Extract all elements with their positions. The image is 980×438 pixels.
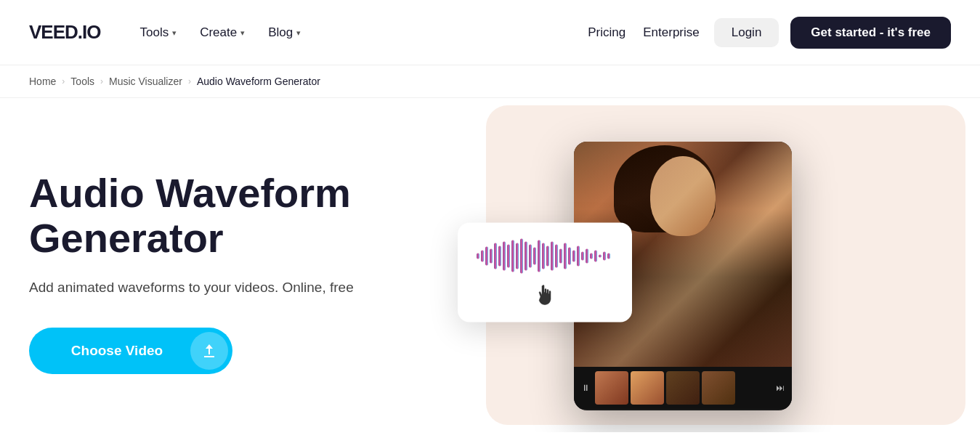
waveform-visualization bbox=[475, 236, 613, 276]
svg-rect-18 bbox=[555, 245, 558, 268]
nav-tools[interactable]: Tools ▾ bbox=[129, 20, 187, 46]
svg-rect-10 bbox=[520, 239, 523, 274]
svg-rect-25 bbox=[586, 249, 588, 264]
chevron-down-icon: ▾ bbox=[172, 28, 177, 38]
hero-subtitle: Add animated waveforms to your videos. O… bbox=[29, 277, 436, 299]
chevron-down-icon: ▾ bbox=[296, 28, 301, 38]
svg-rect-17 bbox=[551, 242, 554, 271]
svg-rect-22 bbox=[572, 251, 575, 262]
chevron-down-icon: ▾ bbox=[240, 28, 245, 38]
svg-rect-8 bbox=[511, 240, 514, 272]
person-silhouette bbox=[632, 156, 734, 301]
hero-left: Audio Waveform Generator Add animated wa… bbox=[29, 171, 436, 374]
nav-enterprise[interactable]: Enterprise bbox=[640, 20, 702, 46]
svg-rect-13 bbox=[533, 248, 536, 265]
cursor-hand-icon bbox=[475, 285, 615, 307]
nav-left-items: Tools ▾ Create ▾ Blog ▾ bbox=[129, 20, 578, 46]
svg-rect-12 bbox=[529, 245, 532, 268]
breadcrumb-sep-3: › bbox=[188, 76, 191, 86]
get-started-button[interactable]: Get started - it's free bbox=[790, 17, 951, 49]
navbar: VEED.IO Tools ▾ Create ▾ Blog ▾ Pricing … bbox=[0, 0, 980, 65]
filmstrip-frame-4 bbox=[702, 371, 735, 405]
hero-section: Audio Waveform Generator Add animated wa… bbox=[0, 98, 980, 432]
nav-create-label: Create bbox=[200, 25, 237, 40]
svg-rect-27 bbox=[594, 251, 597, 262]
upload-circle bbox=[190, 332, 228, 370]
breadcrumb-tools[interactable]: Tools bbox=[70, 76, 94, 87]
nav-blog-label: Blog bbox=[268, 25, 293, 40]
svg-rect-0 bbox=[477, 254, 479, 259]
svg-rect-4 bbox=[494, 243, 497, 269]
svg-rect-9 bbox=[516, 243, 519, 269]
nav-pricing[interactable]: Pricing bbox=[585, 20, 628, 46]
nav-blog[interactable]: Blog ▾ bbox=[258, 20, 311, 46]
svg-rect-26 bbox=[590, 254, 593, 259]
svg-rect-30 bbox=[607, 254, 610, 259]
svg-rect-14 bbox=[538, 240, 540, 272]
waveform-card bbox=[458, 223, 632, 323]
filmstrip-frame-2 bbox=[631, 371, 664, 405]
svg-rect-11 bbox=[525, 242, 527, 271]
filmstrip-pause-icon: ⏸ bbox=[578, 383, 593, 393]
filmstrip-end-icon: ⏭ bbox=[773, 383, 787, 393]
breadcrumb-home[interactable]: Home bbox=[29, 76, 56, 87]
svg-rect-16 bbox=[546, 246, 549, 267]
svg-rect-15 bbox=[542, 243, 545, 269]
svg-rect-21 bbox=[568, 248, 571, 265]
filmstrip-frame-3 bbox=[666, 371, 700, 405]
svg-rect-3 bbox=[490, 249, 493, 264]
nav-right-items: Pricing Enterprise Login Get started - i… bbox=[585, 17, 951, 49]
svg-rect-23 bbox=[577, 246, 580, 267]
filmstrip: ⏸ ⏭ bbox=[574, 367, 792, 409]
hero-title: Audio Waveform Generator bbox=[29, 171, 436, 260]
nav-create[interactable]: Create ▾ bbox=[190, 20, 255, 46]
svg-rect-19 bbox=[559, 249, 562, 264]
svg-rect-1 bbox=[481, 251, 484, 262]
svg-rect-7 bbox=[507, 245, 510, 268]
login-button[interactable]: Login bbox=[714, 18, 779, 47]
breadcrumb-sep-2: › bbox=[100, 76, 103, 86]
upload-icon bbox=[201, 342, 218, 360]
nav-tools-label: Tools bbox=[139, 25, 169, 40]
svg-rect-6 bbox=[503, 242, 506, 271]
hero-right: ⏸ ⏭ bbox=[436, 127, 951, 418]
breadcrumb-current: Audio Waveform Generator bbox=[197, 76, 320, 87]
svg-rect-28 bbox=[599, 255, 602, 258]
svg-rect-2 bbox=[485, 247, 488, 266]
breadcrumb: Home › Tools › Music Visualizer › Audio … bbox=[0, 65, 980, 98]
svg-rect-29 bbox=[603, 252, 606, 261]
filmstrip-frame-5 bbox=[737, 371, 771, 405]
svg-rect-20 bbox=[564, 243, 567, 269]
choose-video-label: Choose Video bbox=[51, 343, 183, 359]
filmstrip-frame-1 bbox=[595, 371, 628, 405]
face bbox=[650, 156, 716, 236]
choose-video-button[interactable]: Choose Video bbox=[29, 328, 232, 374]
svg-rect-5 bbox=[498, 246, 501, 267]
brand-logo[interactable]: VEED.IO bbox=[29, 21, 100, 44]
svg-rect-24 bbox=[581, 252, 584, 261]
breadcrumb-music-visualizer[interactable]: Music Visualizer bbox=[109, 76, 182, 87]
breadcrumb-sep-1: › bbox=[62, 76, 65, 86]
